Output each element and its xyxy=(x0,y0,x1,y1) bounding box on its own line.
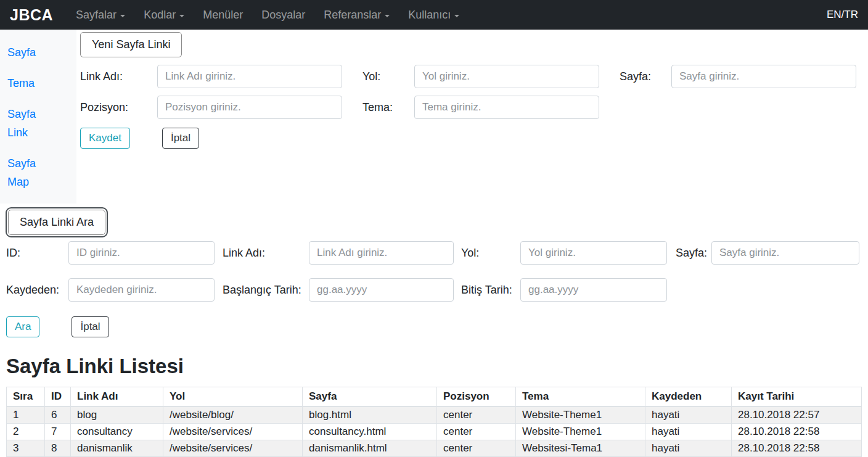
field-baslangic-tarih: Başlangıç Tarih: xyxy=(223,278,454,302)
search-cancel-button[interactable]: İptal xyxy=(72,316,108,337)
nav-menu: Sayfalar Kodlar Menüler Dosyalar Referan… xyxy=(67,9,469,22)
nav-item-label: Kodlar xyxy=(144,9,176,21)
field-id: ID: xyxy=(6,241,215,265)
search-button[interactable]: Ara xyxy=(6,316,39,337)
column-header-sira: Sıra xyxy=(7,387,45,407)
search-sayfa-label: Sayfa: xyxy=(676,247,711,260)
new-link-panel: Yeni Sayfa Linki Link Adı: Yol: Sayfa: P… xyxy=(76,30,868,204)
link-list-table: Sıra ID Link Adı Yol Sayfa Pozisyon Tema… xyxy=(6,387,862,457)
field-search-sayfa: Sayfa: xyxy=(676,241,859,265)
new-link-tab-button[interactable]: Yeni Sayfa Linki xyxy=(80,32,182,57)
cell-sira: 2 xyxy=(7,424,45,440)
field-yol: Yol: xyxy=(362,65,599,88)
nav-item-kullanici[interactable]: Kullanıcı xyxy=(399,9,469,22)
search-link-adi-input[interactable] xyxy=(309,241,454,265)
field-sayfa: Sayfa: xyxy=(620,65,856,88)
yol-input[interactable] xyxy=(414,65,599,88)
sayfa-input[interactable] xyxy=(671,65,856,88)
nav-item-label: Kullanıcı xyxy=(408,9,451,21)
cell-pozisyon: center xyxy=(437,440,516,457)
search-sayfa-input[interactable] xyxy=(711,241,859,265)
bitis-tarih-input[interactable] xyxy=(520,278,667,302)
save-button[interactable]: Kaydet xyxy=(80,128,130,149)
cell-link-adi: consultancy xyxy=(71,424,163,440)
id-label: ID: xyxy=(6,247,68,260)
top-navbar: JBCA Sayfalar Kodlar Menüler Dosyalar Re… xyxy=(0,0,868,30)
cell-kaydeden: hayati xyxy=(645,424,732,440)
table-row: 3 8 danismanlik /website/services/ danis… xyxy=(7,440,862,457)
sidebar: Sayfa Tema Sayfa Link Sayfa Map xyxy=(0,30,76,204)
chevron-down-icon xyxy=(120,15,125,17)
cell-sira: 3 xyxy=(7,440,45,457)
cell-id: 7 xyxy=(45,424,71,440)
cell-link-adi: blog xyxy=(71,406,163,424)
cell-pozisyon: center xyxy=(437,406,516,424)
chevron-down-icon xyxy=(454,15,459,17)
sidebar-item-sayfa-link[interactable]: Sayfa Link xyxy=(7,105,47,142)
search-yol-input[interactable] xyxy=(520,241,667,265)
page: JBCA Sayfalar Kodlar Menüler Dosyalar Re… xyxy=(0,0,868,457)
page-title: Sayfa Linki Listesi xyxy=(6,355,868,378)
cell-kaydeden: hayati xyxy=(645,406,732,424)
sidebar-item-sayfa-map[interactable]: Sayfa Map xyxy=(7,154,47,191)
brand-logo[interactable]: JBCA xyxy=(10,6,53,24)
field-bitis-tarih: Bitiş Tarih: xyxy=(461,278,667,302)
field-kaydeden: Kaydeden: xyxy=(6,278,215,302)
cell-sira: 1 xyxy=(7,406,45,424)
field-pozisyon: Pozisyon: xyxy=(80,96,342,119)
column-header-sayfa: Sayfa xyxy=(303,387,437,407)
column-header-kaydeden: Kaydeden xyxy=(645,387,732,407)
cell-kayit-tarihi: 28.10.2018 22:57 xyxy=(732,406,862,424)
cell-pozisyon: center xyxy=(437,424,516,440)
baslangic-tarih-label: Başlangıç Tarih: xyxy=(223,284,309,297)
baslangic-tarih-input[interactable] xyxy=(309,278,454,302)
nav-item-dosyalar[interactable]: Dosyalar xyxy=(252,9,314,22)
nav-item-menuler[interactable]: Menüler xyxy=(194,9,252,22)
language-toggle[interactable]: EN/TR xyxy=(827,9,858,21)
cell-tema: Website-Theme1 xyxy=(516,406,645,424)
column-header-link-adi: Link Adı xyxy=(71,387,163,407)
nav-item-kodlar[interactable]: Kodlar xyxy=(134,9,194,22)
cell-id: 8 xyxy=(45,440,71,457)
sayfa-label: Sayfa: xyxy=(620,70,671,83)
cell-yol: /website/blog/ xyxy=(163,406,303,424)
cancel-button[interactable]: İptal xyxy=(162,128,199,149)
nav-item-label: Menüler xyxy=(203,9,243,21)
cell-sayfa: blog.html xyxy=(303,406,437,424)
cell-kayit-tarihi: 28.10.2018 22:58 xyxy=(732,440,862,457)
search-form-row-2: Kaydeden: Başlangıç Tarih: Bitiş Tarih: xyxy=(6,278,862,302)
pozisyon-input[interactable] xyxy=(157,96,342,119)
tema-label: Tema: xyxy=(362,101,414,114)
cell-sayfa: danismanlik.html xyxy=(303,440,437,457)
nav-item-label: Referanslar xyxy=(324,9,381,21)
id-input[interactable] xyxy=(68,241,215,265)
new-link-form-row-1: Link Adı: Yol: Sayfa: xyxy=(80,65,863,88)
nav-item-referanslar[interactable]: Referanslar xyxy=(314,9,399,22)
top-region: Sayfa Tema Sayfa Link Sayfa Map Yeni Say… xyxy=(0,30,868,204)
link-adi-input[interactable] xyxy=(157,65,342,88)
search-tab-button[interactable]: Sayfa Linki Ara xyxy=(8,210,105,235)
search-panel: Sayfa Linki Ara ID: Link Adı: Yol: Sayfa… xyxy=(0,204,868,337)
cell-kayit-tarihi: 28.10.2018 22:58 xyxy=(732,424,862,440)
search-form-row-1: ID: Link Adı: Yol: Sayfa: xyxy=(6,241,862,265)
link-adi-label: Link Adı: xyxy=(80,70,157,83)
table-row: 2 7 consultancy /website/services/ consu… xyxy=(7,424,862,440)
field-link-adi: Link Adı: xyxy=(80,65,342,88)
nav-item-label: Sayfalar xyxy=(76,9,117,21)
cell-tema: Website-Theme1 xyxy=(516,424,645,440)
chevron-down-icon xyxy=(385,15,390,17)
sidebar-item-tema[interactable]: Tema xyxy=(7,74,47,93)
field-tema: Tema: xyxy=(362,96,599,119)
nav-item-label: Dosyalar xyxy=(261,9,305,21)
nav-item-sayfalar[interactable]: Sayfalar xyxy=(67,9,134,22)
cell-kaydeden: hayati xyxy=(645,440,732,457)
search-link-adi-label: Link Adı: xyxy=(223,247,309,260)
sidebar-item-sayfa[interactable]: Sayfa xyxy=(7,43,47,62)
bitis-tarih-label: Bitiş Tarih: xyxy=(461,284,520,297)
table-row: 1 6 blog /website/blog/ blog.html center… xyxy=(7,406,862,424)
kaydeden-input[interactable] xyxy=(68,278,215,302)
pozisyon-label: Pozisyon: xyxy=(80,101,157,114)
cell-link-adi: danismanlik xyxy=(71,440,163,457)
cell-sayfa: consultancy.html xyxy=(303,424,437,440)
tema-input[interactable] xyxy=(414,96,599,119)
